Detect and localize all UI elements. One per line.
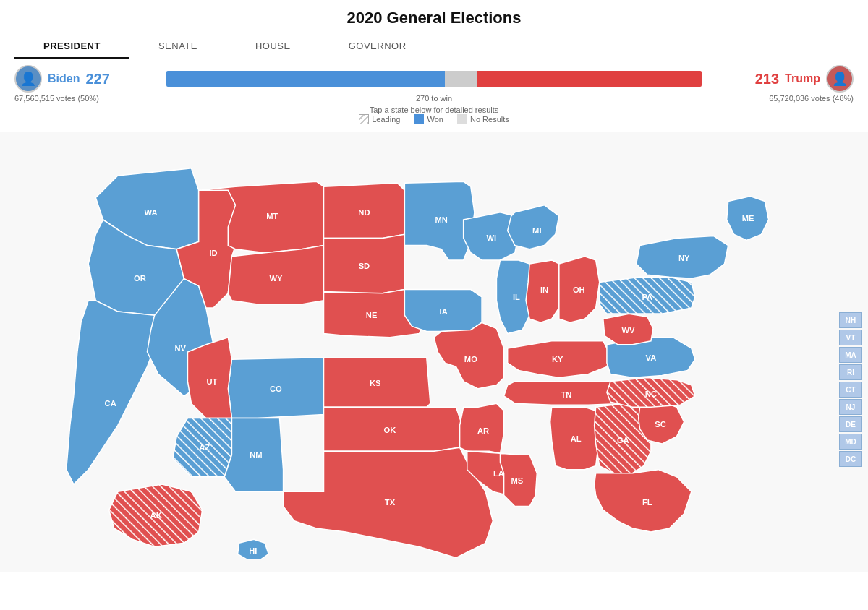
state-vt[interactable]: VT <box>839 330 862 345</box>
state-fl[interactable] <box>595 470 692 532</box>
usa-map-svg: WA OR CA NV ID MT WY CO UT AZ NM ND <box>0 132 868 572</box>
no-result-icon <box>457 114 467 124</box>
state-ri[interactable]: RI <box>839 364 862 380</box>
state-ut[interactable] <box>187 338 231 418</box>
electoral-progress-bar <box>166 71 702 87</box>
biden-electoral: 227 <box>85 71 109 87</box>
scoreboard: 👤 Biden 227 213 Trump 👤 67,560,515 votes… <box>0 59 868 103</box>
tab-president[interactable]: PRESIDENT <box>14 33 129 59</box>
state-ms[interactable] <box>501 453 537 506</box>
state-nh[interactable]: NH <box>839 312 862 328</box>
state-az[interactable] <box>173 418 231 477</box>
state-me[interactable] <box>727 196 769 240</box>
undecided-bar <box>445 71 477 87</box>
state-sd[interactable] <box>324 234 405 293</box>
state-ky[interactable] <box>508 341 610 378</box>
state-ar[interactable] <box>460 403 504 453</box>
map-area: WA OR CA NV ID MT WY CO UT AZ NM ND <box>0 132 868 572</box>
state-nd[interactable] <box>324 183 405 238</box>
to-win-label: 270 to win <box>159 94 709 103</box>
state-dc[interactable]: DC <box>839 451 862 467</box>
trump-electoral: 213 <box>755 71 779 87</box>
state-wy[interactable] <box>228 246 323 304</box>
state-wv[interactable] <box>603 314 653 345</box>
state-mo[interactable] <box>434 322 504 389</box>
biden-avatar: 👤 <box>14 65 42 93</box>
state-pa[interactable] <box>600 277 695 314</box>
leading-label: Leading <box>372 115 400 124</box>
state-nm[interactable] <box>224 418 283 492</box>
state-md[interactable]: MD <box>839 434 862 450</box>
state-de[interactable]: DE <box>839 416 862 432</box>
state-hi[interactable] <box>238 539 269 559</box>
legend-won: Won <box>414 114 443 124</box>
state-ma[interactable]: MA <box>839 347 862 363</box>
state-ks[interactable] <box>324 358 430 407</box>
no-results-label: No Results <box>470 115 509 124</box>
trump-avatar: 👤 <box>826 65 854 93</box>
state-mi[interactable] <box>508 205 559 249</box>
state-ak[interactable] <box>109 484 203 546</box>
state-tx[interactable] <box>284 447 493 558</box>
won-label: Won <box>427 115 443 124</box>
biden-bar <box>166 71 445 87</box>
tab-bar: PRESIDENT SENATE HOUSE GOVERNOR <box>0 33 868 59</box>
state-nj[interactable]: NJ <box>839 399 862 415</box>
legend-leading: Leading <box>359 114 400 124</box>
won-icon <box>414 114 424 124</box>
state-ny[interactable] <box>637 236 728 278</box>
state-ca[interactable] <box>67 301 158 484</box>
page-title: 2020 General Elections <box>0 0 868 33</box>
state-in[interactable] <box>526 260 559 322</box>
state-ct[interactable]: CT <box>839 382 862 398</box>
small-states-sidebar: NH VT MA RI CT NJ DE MD DC <box>839 312 862 467</box>
state-co[interactable] <box>228 358 323 418</box>
state-ia[interactable] <box>404 290 482 332</box>
legend-no-result: No Results <box>457 114 509 124</box>
trump-name: Trump <box>785 72 820 85</box>
state-nc[interactable] <box>607 378 695 408</box>
trump-info: 213 Trump 👤 <box>709 65 854 93</box>
legend: Tap a state below for detailed results L… <box>0 103 868 132</box>
biden-popular-votes: 67,560,515 votes (50%) <box>14 94 159 103</box>
state-sc[interactable] <box>639 402 684 444</box>
state-oh[interactable] <box>559 257 600 323</box>
tab-senate[interactable]: SENATE <box>129 33 226 59</box>
state-al[interactable] <box>550 407 600 469</box>
trump-popular-votes: 65,720,036 votes (48%) <box>709 94 854 103</box>
state-ok[interactable] <box>324 407 464 451</box>
trump-bar <box>477 71 702 87</box>
biden-name: Biden <box>48 72 80 85</box>
tap-hint: Tap a state below for detailed results <box>370 106 499 114</box>
tab-house[interactable]: HOUSE <box>226 33 320 59</box>
leading-icon <box>359 114 369 124</box>
tab-governor[interactable]: GOVERNOR <box>320 33 435 59</box>
biden-info: 👤 Biden 227 <box>14 65 159 93</box>
